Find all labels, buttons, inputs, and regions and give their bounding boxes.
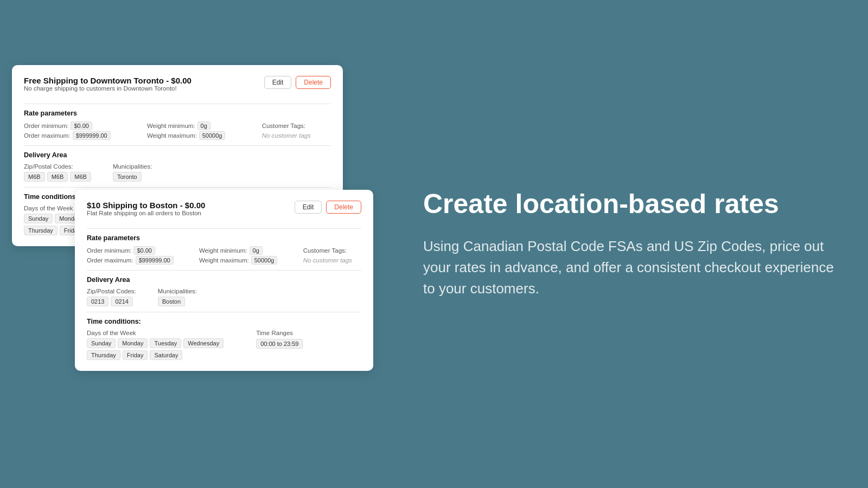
boston-delete-button[interactable]: Delete	[326, 201, 361, 214]
boston-weight-max-label: Weight maximum:	[199, 257, 249, 264]
toronto-order-max-value: $999999.00	[73, 131, 111, 140]
toronto-zip-tags: M6B M6B M6B	[24, 172, 91, 182]
boston-weight-max-value: 50000g	[251, 256, 278, 265]
boston-zip-col: Zip/Postal Codes: 0213 0214	[87, 288, 136, 306]
toronto-muni-tags: Toronto	[113, 172, 152, 182]
boston-customer-tags-value: No customer tags	[303, 257, 352, 264]
toronto-order-max-label: Order maximum:	[24, 132, 71, 139]
boston-time-ranges-col: Time Ranges 00:00 to 23:59	[256, 330, 303, 360]
boston-days-row-1: Sunday Monday Tuesday Wednesday	[87, 338, 224, 348]
toronto-edit-button[interactable]: Edit	[264, 76, 292, 89]
boston-muni-tag-1: Boston	[158, 297, 185, 306]
toronto-order-min-label: Order minimum:	[24, 123, 68, 129]
toronto-weight-max-label: Weight maximum:	[147, 132, 197, 139]
toronto-zip-tag-3: M6B	[70, 172, 91, 182]
toronto-customer-tags-value: No customer tags	[262, 132, 311, 139]
toronto-zip-tag-1: M6B	[24, 172, 45, 182]
toronto-divider-2	[24, 145, 331, 146]
card-boston-actions: Edit Delete	[295, 201, 361, 214]
boston-order-min-value: $0.00	[133, 246, 155, 255]
card-toronto-header: Free Shipping to Downtown Toronto - $0.0…	[24, 76, 331, 98]
toronto-muni-col: Municipalities: Toronto	[113, 163, 152, 182]
boston-muni-label: Municipalities:	[158, 288, 197, 294]
toronto-zip-label: Zip/Postal Codes:	[24, 163, 91, 170]
headline: Create location-based rates	[423, 189, 835, 220]
toronto-zip-col: Zip/Postal Codes: M6B M6B M6B	[24, 163, 91, 182]
boston-days-row-2: Thursday Friday Saturday	[87, 350, 224, 360]
boston-weight-min-label: Weight minimum:	[199, 247, 247, 254]
toronto-delivery-area-title: Delivery Area	[24, 151, 331, 159]
toronto-day-sunday: Sunday	[24, 214, 53, 223]
boston-day-wednesday: Wednesday	[183, 338, 224, 348]
card-boston-header: $10 Shipping to Boston - $0.00 Flat Rate…	[87, 201, 361, 223]
boston-day-sunday: Sunday	[87, 338, 116, 348]
toronto-weight-min-value: 0g	[197, 121, 210, 130]
right-panel: Create location-based rates Using Canadi…	[391, 167, 868, 322]
toronto-divider-3	[24, 187, 331, 188]
boston-days-label: Days of the Week	[87, 330, 224, 336]
boston-zip-tag-2: 0214	[111, 297, 132, 306]
boston-time-grid: Days of the Week Sunday Monday Tuesday W…	[87, 330, 361, 360]
toronto-order-min-row: Order minimum: $0.00	[24, 121, 131, 130]
boston-customer-tags-label: Customer Tags:	[303, 247, 347, 254]
toronto-divider-1	[24, 104, 331, 104]
boston-delivery-grid: Zip/Postal Codes: 0213 0214 Municipaliti…	[87, 288, 361, 306]
boston-delivery-area-title: Delivery Area	[87, 276, 361, 284]
boston-weight-min-value: 0g	[250, 246, 263, 255]
boston-days-col: Days of the Week Sunday Monday Tuesday W…	[87, 330, 224, 360]
toronto-weight-max-value: 50000g	[199, 131, 226, 140]
boston-day-thursday: Thursday	[87, 350, 120, 360]
boston-time-range-value: 00:00 to 23:59	[256, 339, 303, 349]
toronto-customer-tags-row: Customer Tags:	[262, 121, 331, 130]
toronto-customer-tags-value-row: No customer tags	[262, 131, 331, 140]
card-toronto-subtitle: No charge shipping to customers in Downt…	[24, 85, 192, 92]
toronto-muni-label: Municipalities:	[113, 163, 152, 170]
toronto-rate-params-title: Rate parameters	[24, 110, 331, 117]
toronto-zip-tag-2: M6B	[47, 172, 68, 182]
boston-zip-tags: 0213 0214	[87, 297, 136, 306]
boston-params-grid: Order minimum: $0.00 Weight minimum: 0g …	[87, 246, 361, 265]
boston-weight-min-row: Weight minimum: 0g	[199, 246, 287, 255]
boston-day-saturday: Saturday	[150, 350, 182, 360]
toronto-muni-tag-1: Toronto	[113, 172, 142, 182]
boston-time-conditions-title: Time conditions:	[87, 318, 361, 325]
toronto-day-thursday: Thursday	[24, 226, 58, 235]
boston-zip-label: Zip/Postal Codes:	[87, 288, 136, 294]
toronto-weight-min-row: Weight minimum: 0g	[147, 121, 246, 130]
toronto-delivery-grid: Zip/Postal Codes: M6B M6B M6B Municipali…	[24, 163, 331, 182]
boston-order-max-label: Order maximum:	[87, 257, 133, 264]
left-panel: Free Shipping to Downtown Toronto - $0.0…	[0, 0, 391, 488]
toronto-order-min-value: $0.00	[71, 121, 92, 130]
toronto-weight-min-label: Weight minimum:	[147, 123, 195, 129]
boston-order-max-row: Order maximum: $999999.00	[87, 256, 183, 265]
boston-muni-tags: Boston	[158, 297, 197, 306]
boston-edit-button[interactable]: Edit	[295, 201, 322, 214]
body-text: Using Canadian Postal Code FSAs and US Z…	[423, 236, 835, 299]
toronto-order-max-row: Order maximum: $999999.00	[24, 131, 131, 140]
boston-order-min-row: Order minimum: $0.00	[87, 246, 183, 255]
boston-time-ranges-label: Time Ranges	[256, 330, 303, 336]
card-boston: $10 Shipping to Boston - $0.00 Flat Rate…	[75, 190, 373, 371]
card-boston-subtitle: Flat Rate shipping on all orders to Bost…	[87, 210, 205, 216]
boston-day-monday: Monday	[118, 338, 148, 348]
toronto-customer-tags-label: Customer Tags:	[262, 123, 305, 129]
card-boston-title: $10 Shipping to Boston - $0.00	[87, 201, 205, 210]
boston-muni-col: Municipalities: Boston	[158, 288, 197, 306]
boston-order-max-value: $999999.00	[136, 256, 174, 265]
boston-divider-1	[87, 228, 361, 229]
boston-day-tuesday: Tuesday	[150, 338, 181, 348]
card-toronto-title: Free Shipping to Downtown Toronto - $0.0…	[24, 76, 192, 85]
boston-zip-tag-1: 0213	[87, 297, 108, 306]
card-toronto-actions: Edit Delete	[264, 76, 331, 89]
toronto-delete-button[interactable]: Delete	[296, 76, 331, 89]
boston-day-friday: Friday	[123, 350, 148, 360]
boston-customer-tags-row: Customer Tags:	[303, 246, 361, 255]
boston-rate-params-title: Rate parameters	[87, 234, 361, 242]
boston-divider-2	[87, 270, 361, 271]
boston-customer-tags-value-row: No customer tags	[303, 256, 361, 265]
boston-order-min-label: Order minimum:	[87, 247, 131, 254]
toronto-weight-max-row: Weight maximum: 50000g	[147, 131, 246, 140]
boston-divider-3	[87, 312, 361, 312]
toronto-params-grid: Order minimum: $0.00 Weight minimum: 0g …	[24, 121, 331, 140]
boston-weight-max-row: Weight maximum: 50000g	[199, 256, 287, 265]
